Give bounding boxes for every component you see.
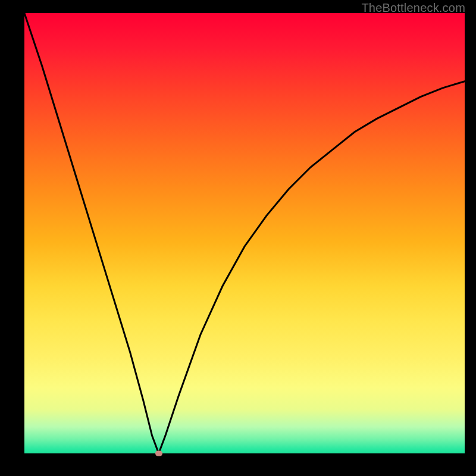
chart-frame: TheBottleneck.com bbox=[0, 0, 476, 476]
plot-area bbox=[24, 13, 465, 453]
curve-svg bbox=[24, 13, 465, 453]
bottleneck-curve bbox=[24, 13, 465, 453]
minimum-marker bbox=[155, 451, 162, 456]
